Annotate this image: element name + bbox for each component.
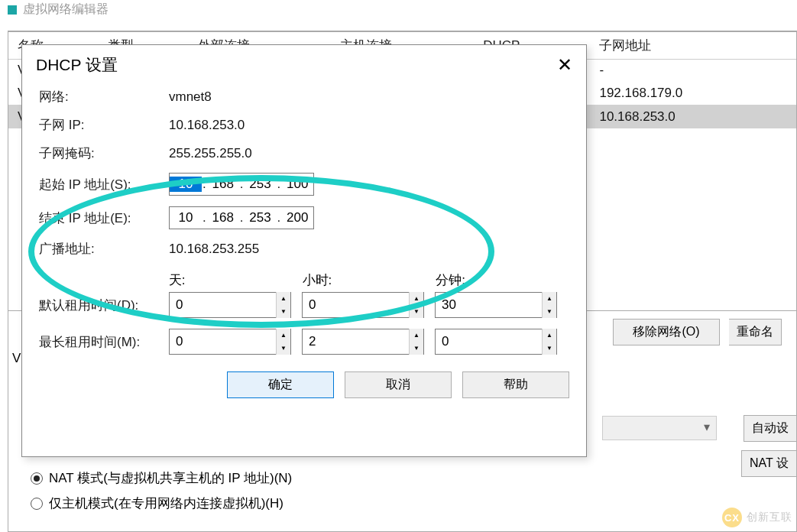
spin-down-icon[interactable]: ▼ [543, 305, 556, 318]
dialog-title: DHCP 设置 [36, 54, 118, 76]
cancel-button[interactable]: 取消 [345, 371, 452, 398]
hours-header: 小时: [303, 271, 436, 289]
end-ip-octet-1[interactable] [170, 210, 202, 225]
dhcp-settings-dialog: DHCP 设置 ✕ 网络:vmnet8 子网 IP:10.168.253.0 子… [21, 44, 587, 457]
max-lease-minutes[interactable]: ▲▼ [435, 329, 557, 355]
end-ip-label: 结束 IP 地址(E): [39, 209, 169, 227]
remove-network-button[interactable]: 移除网络(O) [613, 319, 720, 345]
max-lease-days[interactable]: ▲▼ [169, 329, 291, 355]
max-lease-label: 最长租用时间(M): [39, 333, 169, 351]
default-lease-minutes[interactable]: ▲▼ [435, 292, 557, 318]
auto-settings-button[interactable]: 自动设 [744, 415, 797, 442]
broadcast-label: 广播地址: [39, 240, 169, 258]
end-ip-octet-4[interactable] [281, 210, 313, 225]
default-lease-hours[interactable]: ▲▼ [302, 292, 424, 318]
spin-down-icon[interactable]: ▼ [277, 305, 290, 318]
spin-up-icon[interactable]: ▲ [277, 292, 290, 305]
default-lease-label: 默认租用时间(D): [39, 297, 169, 314]
close-icon[interactable]: ✕ [557, 56, 572, 74]
start-ip-input[interactable]: . . . [169, 173, 314, 196]
help-button[interactable]: 帮助 [462, 371, 569, 398]
spin-up-icon[interactable]: ▲ [277, 329, 290, 342]
start-ip-octet-3[interactable] [244, 177, 276, 192]
adapter-dropdown[interactable] [602, 416, 717, 440]
end-ip-input[interactable]: . . . [169, 206, 314, 229]
subnet-mask-value: 255.255.255.0 [169, 146, 252, 161]
watermark: CX 创新互联 [722, 508, 792, 527]
parent-window-title: 虚拟网络编辑器 [0, 0, 797, 19]
network-value: vmnet8 [169, 89, 212, 105]
nat-mode-radio[interactable] [31, 472, 43, 485]
subnet-ip-label: 子网 IP: [39, 116, 169, 134]
subnet-mask-label: 子网掩码: [39, 144, 169, 162]
nat-mode-label: NAT 模式(与虚拟机共享主机的 IP 地址)(N) [49, 469, 292, 487]
default-lease-days[interactable]: ▲▼ [169, 292, 291, 318]
rename-button[interactable]: 重命名 [729, 319, 782, 345]
hostonly-mode-radio[interactable] [31, 498, 43, 510]
spin-down-icon[interactable]: ▼ [410, 342, 423, 355]
nat-settings-button[interactable]: NAT 设 [741, 450, 797, 477]
minutes-header: 分钟: [436, 271, 569, 289]
end-ip-octet-2[interactable] [207, 210, 239, 225]
app-icon [8, 5, 17, 15]
spin-down-icon[interactable]: ▼ [410, 305, 423, 318]
spin-down-icon[interactable]: ▼ [277, 342, 290, 355]
spin-up-icon[interactable]: ▲ [543, 292, 556, 305]
end-ip-octet-3[interactable] [244, 210, 276, 225]
spin-up-icon[interactable]: ▲ [410, 329, 423, 342]
spin-up-icon[interactable]: ▲ [543, 329, 556, 342]
watermark-logo-icon: CX [722, 508, 742, 527]
ok-button[interactable]: 确定 [227, 371, 334, 398]
subnet-ip-value: 10.168.253.0 [169, 118, 245, 133]
start-ip-octet-1[interactable] [170, 177, 202, 192]
hostonly-mode-label: 仅主机模式(在专用网络内连接虚拟机)(H) [49, 495, 283, 512]
start-ip-label: 起始 IP 地址(S): [39, 176, 169, 193]
col-subnet[interactable]: 子网地址 [590, 32, 796, 60]
start-ip-octet-2[interactable] [207, 177, 239, 192]
network-label: 网络: [39, 88, 169, 105]
spin-down-icon[interactable]: ▼ [543, 342, 556, 355]
spin-up-icon[interactable]: ▲ [410, 292, 423, 305]
max-lease-hours[interactable]: ▲▼ [302, 329, 424, 355]
vmnet-info-label: V [12, 351, 21, 366]
start-ip-octet-4[interactable] [281, 177, 313, 192]
broadcast-value: 10.168.253.255 [169, 242, 259, 257]
days-header: 天: [169, 271, 303, 289]
